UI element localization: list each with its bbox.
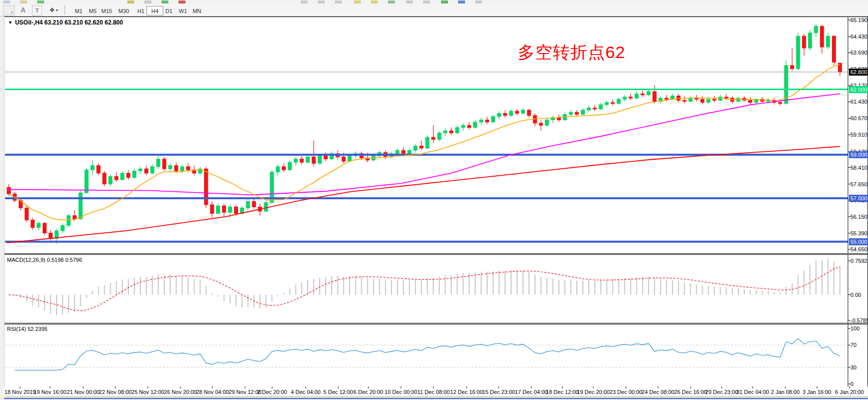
rsi-axis[interactable]: 10070300: [849, 324, 868, 386]
toolbar-icon-partial[interactable]: [335, 1, 342, 4]
toolbar-icon-partial[interactable]: [354, 1, 361, 4]
hline-label-level-55[interactable]: 55.000: [849, 238, 868, 245]
letter-t: T: [36, 8, 39, 14]
toolbar-icon-partial[interactable]: [423, 1, 430, 4]
toolbar-icon-partial[interactable]: [144, 1, 151, 4]
time-tick-label: 2 Dec 20:00: [257, 389, 287, 395]
price-tick-label: 54.650: [850, 246, 867, 253]
macd-tick-label: 0.7592: [850, 257, 867, 264]
time-tick-label: 25 Nov 12:00: [131, 389, 164, 395]
macd-tick-label: -0.5785: [850, 317, 868, 324]
time-tick-label: 26 Dec 16:00: [674, 389, 707, 395]
time-tick-label: 18 Dec 12:00: [546, 389, 578, 395]
time-tick-label: 4 Dec 04:00: [291, 389, 320, 395]
toolbar-icon-partial[interactable]: [458, 1, 465, 4]
toolbar-icon-partial[interactable]: [318, 1, 325, 4]
symbol-ohlc-text: USOil-,H4 63.210 63.210 62.620 62.800: [15, 19, 123, 26]
toolbar-icon-partial[interactable]: [20, 1, 27, 4]
toolbar-icon-partial[interactable]: [301, 1, 308, 4]
chevron-down-icon: ▾: [56, 8, 58, 13]
time-tick-label: 28 Nov 04:00: [196, 389, 229, 395]
toolbar-icon-partial[interactable]: [3, 1, 10, 4]
time-tick-label: 2 Jan 08:00: [771, 389, 800, 395]
toolbar-grip[interactable]: [64, 6, 67, 15]
toolbar-icon-partial[interactable]: [178, 1, 185, 4]
rsi-tick-label: 0: [850, 380, 853, 387]
toolbar-icon-partial[interactable]: [371, 1, 378, 4]
terminal-window: F A T ❖▾ M1M5M15M30H1H4D1W1MN ▼ USOil-,H…: [0, 0, 868, 400]
chart-title[interactable]: ▼ USOil-,H4 63.210 63.210 62.620 62.800: [8, 19, 123, 26]
annotation-text[interactable]: 多空转折点62: [518, 41, 625, 64]
rsi-panel[interactable]: [4, 324, 868, 387]
toolbar-icon-partial[interactable]: [441, 1, 448, 4]
time-tick-label: 5 Dec 12:00: [323, 389, 353, 395]
time-tick-label: 23 Dec 00:00: [609, 389, 642, 395]
time-tick-label: 19 Dec 20:00: [577, 389, 609, 395]
macd-tick-label: 0.00: [850, 291, 861, 298]
grid-tool-icon[interactable]: F: [3, 6, 15, 16]
time-tick-label: 18 Nov 2019: [5, 389, 36, 395]
macd-axis[interactable]: 0.75920.00-0.5785: [849, 255, 868, 323]
price-tick-label: 60.670: [850, 115, 867, 122]
hline-label-level-62[interactable]: 62.000: [849, 86, 868, 93]
price-tick-label: 64.430: [850, 33, 867, 40]
price-tick-label: 58.410: [850, 164, 867, 171]
price-tick-label: 59.910: [850, 131, 867, 138]
letter-a: A: [21, 6, 26, 14]
price-chart-panel[interactable]: [4, 17, 868, 254]
timeframe-button-m15[interactable]: M15: [98, 6, 115, 16]
macd-panel[interactable]: [4, 254, 868, 323]
price-tick-label: 56.150: [850, 213, 867, 220]
time-tick-label: 31 Dec 04:00: [736, 389, 769, 395]
time-tick-label: 3 Jan 16:00: [802, 389, 831, 395]
toolbar-icon-partial[interactable]: [127, 1, 134, 4]
time-tick-label: 19 Nov 16:00: [34, 389, 66, 395]
time-tick-label: 6 Jan 20:00: [835, 389, 864, 395]
price-tick-label: 61.430: [850, 98, 867, 105]
shapes-glyph: ❖: [50, 7, 55, 14]
price-tick-label: 63.690: [850, 49, 867, 56]
text-box-tool-icon[interactable]: T: [32, 6, 42, 16]
time-tick-label: 29 Dec 23:00: [705, 389, 738, 395]
time-tick-label: 21 Nov 00:00: [67, 389, 99, 395]
toolbar-icon-partial[interactable]: [388, 1, 395, 4]
rsi-indicator-label: RSI(14) 52.2395: [7, 326, 48, 332]
price-tick-label: 55.390: [850, 230, 867, 237]
bottom-strip: [0, 396, 868, 400]
rsi-tick-label: 70: [850, 341, 856, 348]
time-tick-label: 12 Dec 16:00: [450, 389, 483, 395]
price-axis[interactable]: 55.00057.00059.00062.00062.80065.19064.4…: [849, 17, 868, 253]
toolbar-icon-partial[interactable]: [161, 1, 168, 4]
price-tick-label: 65.190: [850, 17, 867, 24]
price-tick-label: 57.650: [850, 181, 867, 188]
time-tick-label: 10 Dec 00:00: [384, 389, 417, 395]
toolbar-icon-partial[interactable]: [37, 1, 44, 4]
timeframe-button-mn[interactable]: MN: [188, 6, 205, 16]
charts-toolbar: F A T ❖▾ M1M5M15M30H1H4D1W1MN: [0, 5, 868, 17]
toolbar-icon-partial[interactable]: [406, 1, 413, 4]
symbol-dropdown-icon[interactable]: ▼: [8, 20, 13, 25]
grid-tool-letter: F: [11, 11, 14, 15]
time-tick-label: 22 Nov 08:00: [99, 389, 131, 395]
time-tick-label: 6 Dec 20:00: [353, 389, 383, 395]
time-tick-label: 26 Nov 20:00: [164, 389, 196, 395]
time-tick-label: 15 Dec 23:00: [482, 389, 515, 395]
timeframe-button-m30[interactable]: M30: [115, 6, 132, 16]
hline-label-level-59[interactable]: 59.000: [849, 151, 868, 158]
macd-indicator-label: MACD(12,26,9) 0.5198 0.5796: [7, 257, 82, 263]
hline-label-level-57[interactable]: 57.000: [849, 195, 868, 202]
bottom-blue-line: [0, 398, 868, 399]
hline-label-current-price[interactable]: 62.800: [849, 69, 868, 76]
time-tick-label: 29 Nov 12:00: [229, 389, 261, 395]
text-label-tool-icon[interactable]: A: [18, 6, 28, 15]
rsi-tick-label: 100: [850, 325, 859, 332]
toolbar-icon-partial[interactable]: [475, 1, 482, 4]
time-tick-label: 17 Dec 04:00: [515, 389, 547, 395]
time-tick-label: 24 Dec 08:00: [641, 389, 674, 395]
time-tick-label: 11 Dec 08:00: [417, 389, 450, 395]
window-left-edge: [0, 17, 5, 400]
shapes-tool-icon[interactable]: ❖▾: [46, 6, 61, 15]
rsi-tick-label: 30: [850, 364, 856, 371]
